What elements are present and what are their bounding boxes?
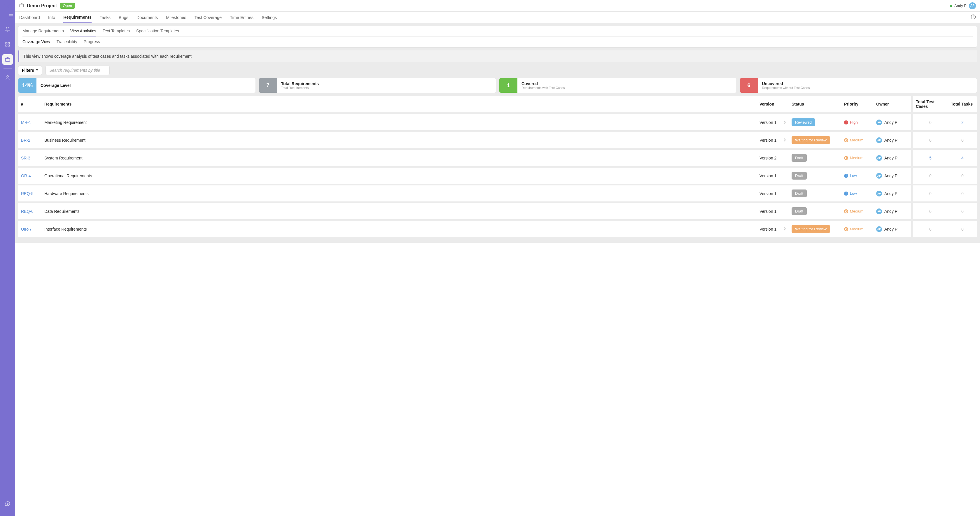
test-count: 0 — [929, 120, 932, 125]
status-badge: Reviewed — [792, 118, 815, 126]
owner-avatar: AP — [876, 119, 882, 125]
svg-rect-7 — [19, 5, 23, 7]
priority-icon: ◐ — [844, 209, 848, 213]
app-logo[interactable] — [3, 2, 12, 12]
requirement-id-link[interactable]: UIR-7 — [21, 227, 32, 232]
col-owner[interactable]: Owner — [873, 96, 911, 113]
task-count[interactable]: 2 — [961, 120, 964, 125]
owner-cell: APAndy P — [876, 208, 908, 214]
subnav-coverage-view[interactable]: Coverage View — [22, 37, 50, 47]
stat-total-title: Total Requirements — [281, 81, 319, 86]
owner-cell: APAndy P — [876, 226, 908, 232]
task-count: 0 — [961, 227, 964, 232]
requirement-id-link[interactable]: REQ-6 — [21, 209, 33, 214]
tab-time-entries[interactable]: Time Entries — [230, 12, 253, 23]
task-count: 0 — [961, 173, 964, 178]
requirement-title: Operational Requirements — [41, 166, 757, 184]
sidebar-collapse-icon[interactable] — [0, 14, 15, 18]
tab-documents[interactable]: Documents — [137, 12, 158, 23]
task-count: 0 — [961, 209, 964, 214]
chevron-right-icon[interactable] — [783, 227, 786, 232]
priority-label: ◐Medium — [844, 156, 870, 160]
tab-milestones[interactable]: Milestones — [166, 12, 186, 23]
filters-button[interactable]: Filters — [18, 65, 42, 75]
table-row: UIR-7Interface RequirementsVersion 1Wait… — [18, 219, 977, 237]
tab-dashboard[interactable]: Dashboard — [19, 12, 40, 23]
owner-cell: APAndy P — [876, 137, 908, 143]
tab-info[interactable]: Info — [48, 12, 55, 23]
table-row: REQ-5Hardware RequirementsVersion 1Draft… — [18, 184, 977, 202]
owner-avatar: AP — [876, 191, 882, 197]
rail-projects-icon[interactable] — [2, 54, 13, 65]
status-badge: Draft — [792, 207, 807, 215]
owner-name: Andy P — [885, 227, 897, 232]
priority-icon: ◐ — [844, 138, 848, 142]
current-user-avatar[interactable]: AP — [969, 2, 976, 10]
col-tests[interactable]: Total Test Cases — [913, 96, 948, 113]
status-badge: Waiting for Review — [792, 225, 830, 233]
col-id[interactable]: # — [18, 96, 41, 113]
requirement-id-link[interactable]: REQ-5 — [21, 191, 33, 196]
svg-rect-2 — [6, 45, 7, 46]
owner-name: Andy P — [885, 156, 897, 160]
test-count[interactable]: 5 — [929, 156, 932, 160]
requirement-id-link[interactable]: MR-1 — [21, 120, 31, 125]
subnav-traceability[interactable]: Traceability — [57, 37, 77, 47]
subnav-progress[interactable]: Progress — [84, 37, 100, 47]
svg-rect-0 — [6, 42, 7, 44]
chevron-right-icon[interactable] — [783, 138, 786, 143]
svg-text:?: ? — [7, 502, 8, 505]
subnav-manage-requirements[interactable]: Manage Requirements — [22, 26, 64, 37]
owner-avatar: AP — [876, 208, 882, 214]
info-banner: This view shows coverage analysis of tes… — [18, 51, 977, 62]
requirement-title: Data Requirements — [41, 202, 757, 219]
owner-cell: APAndy P — [876, 155, 908, 161]
tab-tasks[interactable]: Tasks — [100, 12, 111, 23]
status-badge: Draft — [792, 189, 807, 197]
requirement-id-link[interactable]: SR-3 — [21, 156, 30, 160]
subnav-text-templates[interactable]: Text Templates — [103, 26, 130, 37]
tab-requirements[interactable]: Requirements — [63, 12, 92, 23]
priority-icon: ! — [844, 192, 848, 195]
subnav-view-analytics[interactable]: View Analytics — [70, 26, 96, 37]
tab-test-coverage[interactable]: Test Coverage — [194, 12, 222, 23]
task-count: 0 — [961, 191, 964, 196]
tab-settings[interactable]: Settings — [262, 12, 277, 23]
stat-total: 7 Total RequirementsTotal Requirements — [259, 78, 496, 93]
presence-dot — [950, 5, 952, 7]
rail-notifications-icon[interactable] — [2, 24, 13, 34]
rail-support-icon[interactable]: ? — [2, 499, 13, 509]
stat-covered: 1 CoveredRequirements with Test Cases — [499, 78, 737, 93]
requirement-title: Interface Requirements — [41, 219, 757, 237]
col-priority[interactable]: Priority — [841, 96, 873, 113]
test-count: 0 — [929, 173, 932, 178]
test-count: 0 — [929, 138, 932, 143]
tab-bugs[interactable]: Bugs — [119, 12, 128, 23]
col-status[interactable]: Status — [789, 96, 841, 113]
stat-total-sub: Total Requirements — [281, 86, 319, 89]
version-label: Version 1 — [759, 191, 776, 196]
rail-dashboard-icon[interactable] — [2, 39, 13, 49]
test-count: 0 — [929, 191, 932, 196]
help-icon[interactable] — [970, 14, 976, 21]
rail-user-icon[interactable] — [2, 72, 13, 83]
stat-coverage-value: 14% — [18, 78, 37, 93]
chevron-right-icon[interactable] — [783, 120, 786, 125]
stat-covered-title: Covered — [522, 81, 565, 86]
current-user-name[interactable]: Andy P — [955, 3, 967, 8]
requirement-id-link[interactable]: BR-2 — [21, 138, 30, 143]
col-version[interactable]: Version — [757, 96, 789, 113]
version-label: Version 2 — [759, 156, 776, 160]
owner-avatar: AP — [876, 155, 882, 161]
task-count[interactable]: 4 — [961, 156, 964, 160]
stat-coverage: 14% Coverage Level — [18, 78, 256, 93]
project-title[interactable]: Demo Project — [27, 3, 57, 8]
search-input[interactable] — [46, 65, 110, 75]
col-tasks[interactable]: Total Tasks — [948, 96, 977, 113]
col-requirements[interactable]: Requirements — [41, 96, 757, 113]
owner-name: Andy P — [885, 138, 897, 143]
version-label: Version 1 — [759, 173, 776, 178]
priority-label: !Low — [844, 173, 870, 178]
subnav-specification-templates[interactable]: Specification Templates — [136, 26, 179, 37]
requirement-id-link[interactable]: OR-4 — [21, 173, 30, 178]
